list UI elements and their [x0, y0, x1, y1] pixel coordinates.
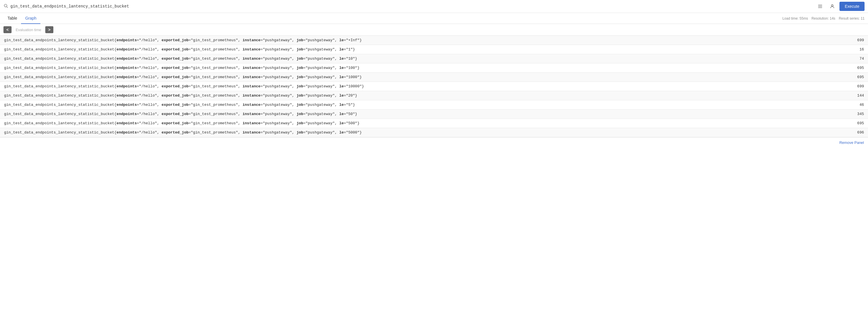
metric-label: gin_test_data_endpoints_lantency_statist…: [0, 100, 829, 110]
metric-label: gin_test_data_endpoints_lantency_statist…: [0, 110, 829, 119]
svg-point-0: [4, 4, 7, 7]
table-row: gin_test_data_endpoints_lantency_statist…: [0, 128, 868, 137]
eval-time-label: Evaluation time: [11, 28, 45, 32]
svg-line-1: [7, 7, 8, 8]
metric-value: 695: [829, 119, 868, 128]
table-row: gin_test_data_endpoints_lantency_statist…: [0, 110, 868, 119]
metric-label: gin_test_data_endpoints_lantency_statist…: [0, 82, 829, 91]
search-icon: [3, 3, 8, 9]
table-row: gin_test_data_endpoints_lantency_statist…: [0, 100, 868, 110]
metric-label: gin_test_data_endpoints_lantency_statist…: [0, 119, 829, 128]
query-input[interactable]: [10, 4, 813, 9]
table-row: gin_test_data_endpoints_lantency_statist…: [0, 73, 868, 82]
tabs-left: Table Graph: [3, 13, 40, 24]
table-row: gin_test_data_endpoints_lantency_statist…: [0, 36, 868, 45]
stats-info: Load time: 55ms Resolution: 14s Result s…: [782, 17, 865, 21]
metric-value: 345: [829, 110, 868, 119]
table-row: gin_test_data_endpoints_lantency_statist…: [0, 119, 868, 128]
svg-point-5: [831, 5, 833, 6]
load-time: Load time: 55ms: [782, 17, 808, 21]
table-row: gin_test_data_endpoints_lantency_statist…: [0, 45, 868, 54]
prev-time-button[interactable]: <: [3, 26, 11, 33]
tabs-row: Table Graph Load time: 55ms Resolution: …: [0, 13, 868, 24]
metric-label: gin_test_data_endpoints_lantency_statist…: [0, 128, 829, 137]
eval-time-row: < Evaluation time >: [0, 24, 868, 36]
metric-value: 144: [829, 91, 868, 100]
results-table-container: gin_test_data_endpoints_lantency_statist…: [0, 36, 868, 137]
bottom-bar: Remove Panel: [0, 137, 868, 148]
metric-value: 699: [829, 36, 868, 45]
metric-value: 695: [829, 63, 868, 73]
result-series: Result series: 11: [839, 17, 865, 21]
metric-label: gin_test_data_endpoints_lantency_statist…: [0, 45, 829, 54]
metric-label: gin_test_data_endpoints_lantency_statist…: [0, 36, 829, 45]
metric-label: gin_test_data_endpoints_lantency_statist…: [0, 73, 829, 82]
resolution: Resolution: 14s: [811, 17, 835, 21]
query-history-button[interactable]: [815, 3, 825, 10]
metric-value: 74: [829, 54, 868, 63]
metric-label: gin_test_data_endpoints_lantency_statist…: [0, 63, 829, 73]
next-time-button[interactable]: >: [45, 26, 53, 33]
metric-value: 16: [829, 45, 868, 54]
execute-button[interactable]: Execute: [839, 2, 865, 11]
metric-value: 699: [829, 82, 868, 91]
tab-graph[interactable]: Graph: [21, 13, 40, 24]
metric-label: gin_test_data_endpoints_lantency_statist…: [0, 91, 829, 100]
table-row: gin_test_data_endpoints_lantency_statist…: [0, 54, 868, 63]
metric-value: 695: [829, 73, 868, 82]
user-button[interactable]: [827, 3, 837, 10]
remove-panel-button[interactable]: Remove Panel: [839, 141, 864, 145]
metric-value: 46: [829, 100, 868, 110]
results-table: gin_test_data_endpoints_lantency_statist…: [0, 36, 868, 137]
metric-value: 696: [829, 128, 868, 137]
tab-table[interactable]: Table: [3, 13, 21, 24]
table-row: gin_test_data_endpoints_lantency_statist…: [0, 82, 868, 91]
query-bar: Execute: [0, 0, 868, 13]
table-row: gin_test_data_endpoints_lantency_statist…: [0, 91, 868, 100]
metric-label: gin_test_data_endpoints_lantency_statist…: [0, 54, 829, 63]
table-row: gin_test_data_endpoints_lantency_statist…: [0, 63, 868, 73]
